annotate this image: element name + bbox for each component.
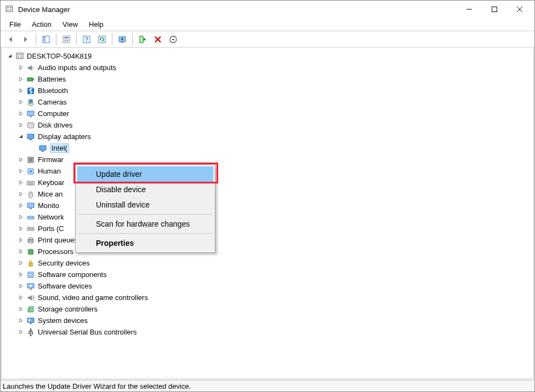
svg-rect-68 xyxy=(29,241,32,243)
chevron-right-icon[interactable] xyxy=(17,307,25,312)
chevron-right-icon[interactable] xyxy=(17,192,25,197)
disable-device-icon[interactable] xyxy=(151,33,164,46)
tree-category[interactable]: Batteries xyxy=(2,73,533,85)
chevron-right-icon[interactable] xyxy=(17,226,25,231)
help-icon[interactable]: ? xyxy=(80,33,93,46)
menubar: File Action View Help xyxy=(1,18,534,31)
tree-device[interactable]: Intel( xyxy=(2,142,533,154)
nav-forward-icon[interactable] xyxy=(19,33,32,46)
tree-category[interactable]: Display adapters xyxy=(2,131,533,142)
svg-rect-40 xyxy=(27,134,34,139)
tree-category-label: Audio inputs and outputs xyxy=(38,64,116,72)
enable-device-icon[interactable] xyxy=(136,33,149,46)
svg-rect-45 xyxy=(29,158,32,162)
ctx-separator xyxy=(78,233,212,234)
chevron-right-icon[interactable] xyxy=(17,238,25,243)
chevron-right-icon[interactable] xyxy=(17,157,25,162)
properties-icon[interactable] xyxy=(60,33,73,46)
ctx-scan-hardware[interactable]: Scan for hardware changes xyxy=(77,216,213,232)
chevron-right-icon[interactable] xyxy=(17,261,25,266)
close-button[interactable] xyxy=(507,1,532,18)
toolbar-separator xyxy=(132,33,133,45)
tree-category[interactable]: Bluetooth xyxy=(2,85,533,96)
tree-category[interactable]: Sound, video and game controllers xyxy=(2,292,533,303)
refresh-icon[interactable] xyxy=(95,33,109,46)
tree-category[interactable]: System devices xyxy=(2,315,533,326)
computer-monitor-icon xyxy=(26,109,36,119)
chevron-right-icon[interactable] xyxy=(17,203,25,208)
svg-rect-69 xyxy=(29,250,33,254)
svg-rect-52 xyxy=(32,182,33,183)
tree-category[interactable]: Universal Serial Bus controllers xyxy=(2,326,533,338)
chevron-right-icon[interactable] xyxy=(17,330,25,335)
show-hide-tree-icon[interactable] xyxy=(39,33,53,46)
menu-file[interactable]: File xyxy=(4,19,26,30)
chevron-right-icon[interactable] xyxy=(17,318,25,323)
nav-back-icon[interactable] xyxy=(4,33,17,46)
maximize-button[interactable] xyxy=(482,1,507,18)
svg-rect-27 xyxy=(18,54,19,55)
svg-rect-19 xyxy=(99,36,105,43)
tree-root-label: DESKTOP-504K819 xyxy=(27,52,92,60)
tree-category-label: Keyboar xyxy=(38,178,64,187)
ctx-update-driver[interactable]: Update driver xyxy=(77,166,213,182)
chevron-down-icon[interactable] xyxy=(6,54,14,59)
svg-rect-57 xyxy=(30,208,32,209)
ctx-disable-device[interactable]: Disable device xyxy=(77,182,213,197)
tree-category-label: Mice an xyxy=(38,190,63,198)
svg-point-47 xyxy=(30,170,32,172)
svg-point-82 xyxy=(30,285,32,287)
chevron-right-icon[interactable] xyxy=(17,169,25,174)
menu-view[interactable]: View xyxy=(57,19,83,30)
menu-help[interactable]: Help xyxy=(83,19,109,30)
svg-rect-32 xyxy=(33,79,34,80)
svg-rect-78 xyxy=(29,263,32,266)
monitor-icon xyxy=(26,201,36,211)
chevron-right-icon[interactable] xyxy=(17,284,25,289)
chevron-right-icon[interactable] xyxy=(17,88,25,93)
tree-category-label: Print queues xyxy=(38,236,78,244)
svg-point-36 xyxy=(30,100,32,102)
tree-category-label: Disk drives xyxy=(38,121,73,129)
chevron-right-icon[interactable] xyxy=(17,77,25,82)
tree-category[interactable]: Disk drives xyxy=(2,119,533,131)
tree-category[interactable]: Software components xyxy=(2,269,533,280)
chevron-down-icon[interactable] xyxy=(17,134,25,139)
svg-rect-53 xyxy=(29,183,33,184)
svg-point-59 xyxy=(29,217,30,218)
ctx-uninstall-device[interactable]: Uninstall device xyxy=(77,197,213,212)
tree-category[interactable]: Software devices xyxy=(2,280,533,292)
tree-category[interactable]: Cameras xyxy=(2,96,533,108)
tree-category-label: Batteries xyxy=(38,75,66,83)
tree-root[interactable]: DESKTOP-504K819 xyxy=(2,50,533,62)
chevron-right-icon[interactable] xyxy=(17,295,25,300)
cpu-icon xyxy=(26,247,36,257)
menu-action[interactable]: Action xyxy=(26,19,57,30)
chevron-right-icon[interactable] xyxy=(17,272,25,277)
ctx-properties[interactable]: Properties xyxy=(77,235,213,251)
tree-category[interactable]: Security devices xyxy=(2,257,533,269)
action-menu-icon[interactable] xyxy=(167,33,180,46)
minimize-button[interactable] xyxy=(457,1,482,18)
tree-category-label: Universal Serial Bus controllers xyxy=(38,328,137,336)
tree-category[interactable]: Firmwar xyxy=(2,154,533,165)
ctx-separator xyxy=(78,214,212,215)
svg-rect-85 xyxy=(27,318,34,322)
chevron-right-icon[interactable] xyxy=(17,249,25,254)
svg-rect-28 xyxy=(20,54,22,55)
tree-category-label: Network xyxy=(38,213,64,221)
svg-rect-50 xyxy=(30,182,31,183)
chevron-right-icon[interactable] xyxy=(17,123,25,128)
toolbar-separator xyxy=(36,33,36,45)
toolbar: ? xyxy=(1,31,534,48)
chevron-right-icon[interactable] xyxy=(17,180,25,185)
svg-rect-1 xyxy=(7,7,9,8)
tree-category[interactable]: Storage controllers xyxy=(2,303,533,315)
chevron-right-icon[interactable] xyxy=(17,215,25,220)
update-driver-icon[interactable] xyxy=(116,33,129,46)
tree-category[interactable]: Audio inputs and outputs xyxy=(2,62,533,73)
chevron-right-icon[interactable] xyxy=(17,100,25,105)
chevron-right-icon[interactable] xyxy=(17,111,25,116)
chevron-right-icon[interactable] xyxy=(17,65,25,70)
tree-category[interactable]: Computer xyxy=(2,108,533,119)
